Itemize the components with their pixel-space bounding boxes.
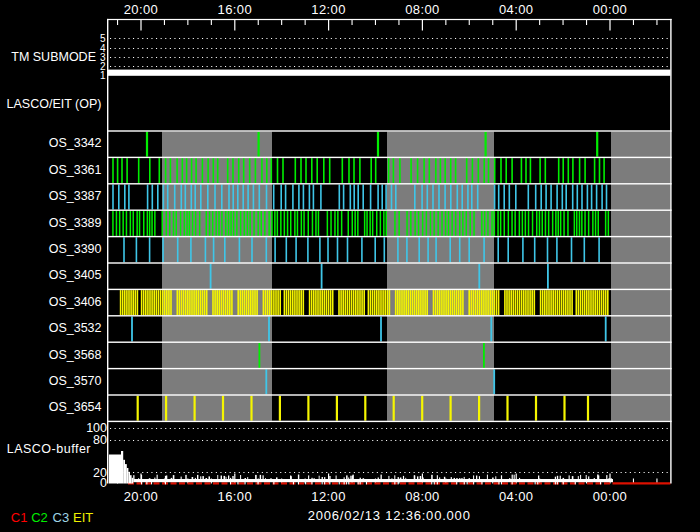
svg-text:12:00: 12:00 [311, 2, 346, 17]
svg-text:08:00: 08:00 [405, 489, 440, 504]
svg-text:OS_3568: OS_3568 [49, 348, 102, 362]
svg-text:04:00: 04:00 [499, 2, 534, 17]
svg-text:0: 0 [100, 476, 107, 490]
svg-text:2006/02/13 12:36:00.000: 2006/02/13 12:36:00.000 [308, 508, 471, 523]
svg-text:LASCO-buffer: LASCO-buffer [7, 442, 91, 456]
svg-text:16:00: 16:00 [218, 2, 253, 17]
svg-text:C3: C3 [53, 510, 70, 525]
svg-text:OS_3342: OS_3342 [49, 136, 102, 150]
svg-text:OS_3654: OS_3654 [49, 400, 102, 414]
svg-text:08:00: 08:00 [405, 2, 440, 17]
svg-text:1: 1 [100, 70, 106, 81]
svg-text:20:00: 20:00 [124, 2, 159, 17]
svg-text:20:00: 20:00 [124, 489, 159, 504]
svg-text:C1: C1 [11, 510, 28, 525]
svg-text:OS_3361: OS_3361 [49, 163, 102, 177]
svg-text:04:00: 04:00 [499, 489, 534, 504]
svg-text:00:00: 00:00 [593, 2, 628, 17]
svg-text:12:00: 12:00 [311, 489, 346, 504]
svg-text:16:00: 16:00 [218, 489, 253, 504]
svg-text:TM SUBMODE: TM SUBMODE [11, 50, 96, 64]
svg-text:LASCO/EIT (OP): LASCO/EIT (OP) [7, 97, 102, 111]
svg-text:EIT: EIT [73, 510, 93, 525]
svg-text:OS_3389: OS_3389 [49, 216, 102, 230]
svg-text:C2: C2 [31, 510, 48, 525]
svg-text:OS_3532: OS_3532 [49, 321, 102, 335]
svg-text:OS_3390: OS_3390 [49, 242, 102, 256]
svg-text:OS_3405: OS_3405 [49, 268, 102, 282]
svg-text:OS_3406: OS_3406 [49, 295, 102, 309]
svg-text:OS_3570: OS_3570 [49, 374, 102, 388]
svg-text:80: 80 [93, 433, 107, 447]
svg-text:00:00: 00:00 [593, 489, 628, 504]
svg-text:OS_3387: OS_3387 [49, 189, 102, 203]
